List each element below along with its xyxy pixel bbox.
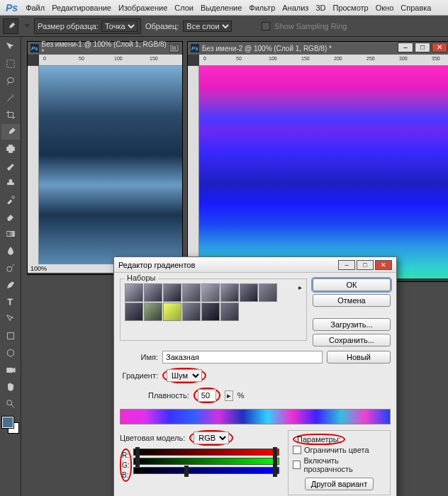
menu-layers[interactable]: Слои [171, 4, 197, 12]
brush-tool-icon[interactable] [1, 158, 20, 174]
doc1-ruler-v[interactable] [28, 66, 39, 264]
dialog-close-button[interactable]: ✕ [375, 260, 392, 270]
lasso-tool-icon[interactable] [1, 73, 20, 89]
history-brush-icon[interactable] [1, 192, 20, 208]
path-tool-icon[interactable] [1, 311, 20, 327]
menu-file[interactable]: Файл [22, 4, 48, 12]
g-label: G: [122, 461, 130, 469]
transparency-checkbox[interactable] [293, 461, 301, 469]
randomize-button[interactable]: Другой вариант [305, 478, 374, 490]
preset-swatch[interactable] [182, 283, 201, 302]
preset-swatch[interactable] [201, 283, 220, 302]
hand-tool-icon[interactable] [1, 379, 20, 395]
doc2-ruler-v[interactable] [188, 66, 199, 278]
limit-colors-checkbox[interactable] [293, 446, 301, 454]
doc1-titlebar[interactable]: Ps Без имени-1 @ 100% (Слой 1, RGB/8) * … [28, 42, 182, 55]
transparency-label: Включить прозрачность [303, 456, 386, 473]
preset-swatch[interactable] [163, 283, 181, 302]
preset-swatch[interactable] [163, 303, 181, 321]
heal-tool-icon[interactable] [1, 141, 20, 157]
doc1-ruler-h[interactable]: 0 50 100 150 [39, 55, 182, 66]
dodge-tool-icon[interactable] [1, 260, 20, 276]
presets-group: Наборы ▸ [120, 278, 307, 341]
color-model-select[interactable]: RGB [194, 432, 229, 444]
type-tool-icon[interactable]: T [1, 294, 20, 310]
gradient-preview[interactable] [120, 409, 391, 424]
menu-edit[interactable]: Редактирование [48, 4, 115, 12]
svg-rect-5 [6, 232, 14, 237]
doc2-ruler-h[interactable]: 0 50 100 150 200 250 300 350 [199, 55, 448, 66]
blur-tool-icon[interactable] [1, 243, 20, 259]
eraser-tool-icon[interactable] [1, 209, 20, 225]
smoothness-input[interactable] [198, 389, 216, 402]
eyedropper-icon[interactable] [3, 18, 18, 34]
color-model-label: Цветовая модель: [120, 434, 185, 442]
menu-help[interactable]: Справка [397, 4, 435, 12]
doc2-minimize-button[interactable]: – [398, 43, 413, 52]
eyedropper-tool-icon[interactable] [1, 124, 20, 140]
color-model-highlight: RGB [189, 430, 233, 446]
svg-point-4 [11, 196, 14, 199]
crop-tool-icon[interactable] [1, 107, 20, 123]
move-tool-icon[interactable] [1, 39, 20, 55]
show-sampling-ring-checkbox[interactable] [262, 22, 270, 30]
g-slider[interactable] [133, 458, 279, 465]
r-slider[interactable] [133, 449, 279, 456]
preset-swatch[interactable] [182, 303, 201, 321]
preset-swatch[interactable] [144, 303, 162, 321]
load-button[interactable]: Загрузить... [313, 318, 391, 331]
stamp-tool-icon[interactable] [1, 175, 20, 191]
menu-view[interactable]: Просмотр [329, 4, 371, 12]
menu-filter[interactable]: Фильтр [245, 4, 279, 12]
preset-swatch[interactable] [201, 303, 220, 321]
gradient-tool-icon[interactable] [1, 226, 20, 242]
marquee-tool-icon[interactable] [1, 56, 20, 72]
zoom-tool-icon[interactable] [1, 396, 20, 412]
preset-swatch[interactable] [220, 303, 239, 321]
ok-button[interactable]: ОК [313, 278, 391, 291]
preset-swatch[interactable] [144, 283, 162, 302]
svg-point-1 [7, 78, 13, 83]
color-swatch[interactable] [2, 417, 19, 434]
preset-swatch[interactable] [125, 303, 143, 321]
dialog-titlebar[interactable]: Редактор градиентов – □ ✕ [114, 257, 396, 273]
name-input[interactable] [162, 351, 323, 363]
cancel-button[interactable]: Отмена [313, 294, 391, 307]
smoothness-flyout-icon[interactable]: ▸ [225, 390, 233, 401]
preset-swatch[interactable] [240, 283, 258, 302]
menu-image[interactable]: Изображение [115, 4, 171, 12]
toolbox: T [0, 37, 21, 496]
menu-select[interactable]: Выделение [197, 4, 245, 12]
dialog-minimize-button[interactable]: – [338, 260, 355, 270]
doc2-canvas[interactable] [199, 66, 448, 278]
presets-flyout-icon[interactable]: ▸ [298, 283, 302, 291]
preset-swatch[interactable] [125, 283, 143, 302]
workspace: T Ps Без имени-1 @ 100% (Слой 1, RGB/8) … [0, 37, 448, 496]
gradient-type-select[interactable]: Шум [167, 369, 202, 382]
preset-swatch[interactable] [220, 283, 239, 302]
preset-swatch[interactable] [259, 283, 277, 302]
menu-window[interactable]: Окно [372, 4, 398, 12]
svg-text:T: T [7, 298, 12, 306]
save-button[interactable]: Сохранить... [313, 334, 391, 346]
doc1-restore-icon[interactable]: ❐ [169, 44, 179, 52]
tool-flyout-icon[interactable] [24, 24, 30, 28]
svg-rect-0 [6, 60, 14, 68]
menu-analysis[interactable]: Анализ [279, 4, 312, 12]
sample-size-select[interactable]: Точка [101, 21, 138, 32]
dialog-maximize-button[interactable]: □ [357, 260, 374, 270]
pen-tool-icon[interactable] [1, 277, 20, 293]
sample-select[interactable]: Все слои [183, 21, 232, 32]
doc2-close-button[interactable]: ✕ [432, 43, 447, 52]
wand-tool-icon[interactable] [1, 90, 20, 106]
3d-camera-icon[interactable] [1, 362, 20, 378]
doc2-maximize-button[interactable]: □ [415, 43, 430, 52]
show-sampling-ring-label: Show Sampling Ring [274, 22, 347, 30]
b-slider[interactable] [133, 467, 279, 474]
3d-tool-icon[interactable] [1, 345, 20, 361]
menu-3d[interactable]: 3D [312, 4, 329, 12]
shape-tool-icon[interactable] [1, 328, 20, 344]
doc1-canvas[interactable] [39, 66, 182, 264]
new-button[interactable]: Новый [327, 351, 391, 363]
sample-size-field: Размер образца: Точка [34, 18, 141, 34]
